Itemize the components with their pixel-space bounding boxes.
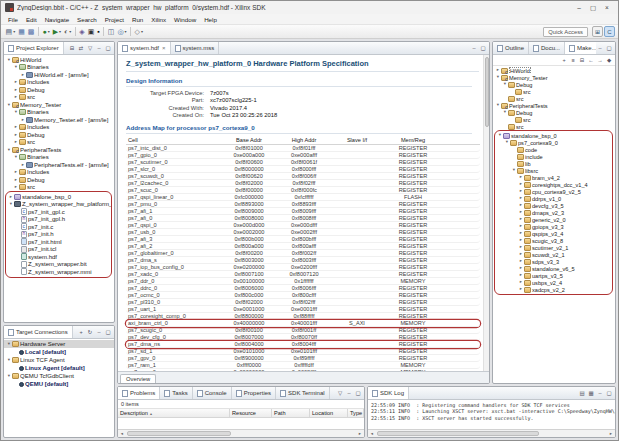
tree-item-binaries[interactable]: ▾Binaries (4, 109, 114, 117)
scrollbar-track[interactable] (376, 430, 607, 437)
tree-item-src[interactable]: src (493, 88, 615, 95)
close-button[interactable]: × (600, 2, 614, 13)
debug-icon[interactable]: ●▾ (41, 26, 50, 37)
minimize-icon[interactable]: – (95, 328, 103, 337)
tree-item-scuwdt-v2-1[interactable]: ▸scuwdt_v2_1 (495, 251, 612, 258)
tree-item-hiworld-elf-arm-le[interactable]: ▸HiWorld.elf - [arm/le] (4, 71, 114, 79)
tree-item-includes[interactable]: ▸Includes (4, 79, 114, 87)
menu-navigate[interactable]: Navigate (41, 16, 73, 23)
problems-column-location[interactable]: Location (310, 409, 348, 417)
tree-item-src[interactable]: ▸src (4, 184, 114, 192)
tab-outline[interactable]: Outline (493, 42, 529, 54)
tree-item-system-hdf[interactable]: system.hdf (6, 253, 111, 261)
tree-item-qemu-default[interactable]: QEMU [default] (4, 380, 114, 388)
collapse-all-icon[interactable]: ⊟ (578, 56, 586, 65)
menu-run[interactable]: Run (128, 16, 147, 23)
tree-item-ps7-init-gpl-c[interactable]: ps7_init_gpl.c (6, 208, 111, 216)
dropdown-caret-icon[interactable]: ▾ (59, 29, 61, 34)
maximize-icon[interactable]: ▢ (605, 44, 613, 53)
tree-item-bram-v4-2[interactable]: ▸bram_v4_2 (495, 174, 612, 181)
tree-item-debug[interactable]: ▸Debug (4, 176, 114, 184)
tree-item-linux-tcf-agent[interactable]: ▾Linux TCF Agent (4, 356, 114, 364)
save-all-icon[interactable]: ▩ (27, 26, 36, 37)
dropdown-caret-icon[interactable]: ▾ (13, 29, 15, 34)
minimize-button[interactable]: – (572, 2, 586, 13)
tree-item-src[interactable]: ▸src (4, 94, 114, 102)
tree-item-linux-agent-default[interactable]: Linux Agent [default] (4, 364, 114, 372)
tree-item-peripheraltests-elf-arm-le[interactable]: ▸PeripheralTests.elf - [arm/le] (4, 161, 114, 169)
menu-edit[interactable]: Edit (22, 16, 41, 23)
tree-item-standalone-bsp-0[interactable]: ▾standalone_bsp_0 (495, 132, 612, 139)
tab-console[interactable]: Console (193, 387, 232, 399)
scrollbar-track[interactable] (126, 430, 356, 437)
tab-sdk-log[interactable]: SDK Log (368, 387, 409, 399)
tree-item-xadcps-v2-2[interactable]: ▸xadcps_v2_2 (495, 286, 612, 293)
dropdown-caret-icon[interactable]: ▾ (48, 29, 50, 34)
overview-tab[interactable]: Overview (120, 374, 156, 383)
tree-item-libsrc[interactable]: ▾libsrc (495, 167, 612, 174)
tree-item-qemu-tcfgdbclient[interactable]: ▾QEMU TcfGdbClient (4, 372, 114, 380)
tree-item-devcfg-v3-5[interactable]: ▸devcfg_v3_5 (495, 202, 612, 209)
tree-item-peripheraltests[interactable]: ▾PeripheralTests (4, 146, 114, 154)
program-fpga-icon[interactable]: ▣ (87, 26, 96, 37)
tree-item-ps7-init-h[interactable]: ps7_init.h (6, 231, 111, 239)
tree-item-binaries[interactable]: ▾Binaries (4, 154, 114, 162)
tree-item-local-default[interactable]: Local [default] (4, 348, 114, 356)
maximize-icon[interactable]: ▢ (605, 389, 613, 398)
forward-icon[interactable]: → (596, 56, 604, 65)
scrollbar-thumb[interactable] (377, 431, 539, 436)
new-connection-icon[interactable]: + (77, 328, 85, 337)
minimize-icon[interactable]: – (345, 389, 353, 398)
menu-file[interactable]: File (4, 16, 22, 23)
last-tool-icon[interactable]: ◇▾ (134, 26, 144, 37)
tree-item-z-system-wrapper-bit[interactable]: Z_system_wrapper.bit (6, 261, 111, 269)
editor-vertical-scrollbar[interactable] (483, 55, 489, 371)
tree-item-scutimer-v2-1[interactable]: ▸scutimer_v2_1 (495, 244, 612, 251)
tree-item-z-system-wrapper-mmi[interactable]: Z_system_wrapper.mmi (6, 268, 111, 276)
save-log-icon[interactable]: ▦ (587, 389, 595, 398)
tree-item-dmaps-v2-3[interactable]: ▸dmaps_v2_3 (495, 209, 612, 216)
tree-item-standalone-v6-5[interactable]: ▸standalone_v6_5 (495, 265, 612, 272)
edit-make-target-icon[interactable]: ≡ (569, 56, 577, 65)
menu-search[interactable]: Search (73, 16, 101, 23)
menu-window[interactable]: Window (170, 16, 200, 23)
new-make-target-icon[interactable]: + (560, 56, 568, 65)
minimize-icon[interactable]: – (596, 389, 604, 398)
tree-item-includes[interactable]: ▸Includes (4, 169, 114, 177)
maximize-icon[interactable]: ▢ (479, 44, 487, 53)
tree-item-ps7-init-gpl-h[interactable]: ps7_init_gpl.h (6, 216, 111, 224)
tree-item-ddrps-v1-0[interactable]: ▸ddrps_v1_0 (495, 195, 612, 202)
dropdown-caret-icon[interactable]: ▾ (141, 29, 143, 34)
tab-properties[interactable]: Properties (232, 387, 276, 399)
tab-docu[interactable]: Docu... (529, 42, 565, 54)
tree-item-gpiops-v3-3[interactable]: ▸gpiops_v3_3 (495, 223, 612, 230)
menu-xilinx[interactable]: Xilinx (147, 16, 170, 23)
dropdown-caret-icon[interactable]: ▾ (69, 29, 71, 34)
tree-item-usbps-v2-4[interactable]: ▸usbps_v2_4 (495, 279, 612, 286)
scroll-left-icon[interactable]: ◂ (118, 431, 126, 436)
maximize-icon[interactable]: ▢ (104, 44, 112, 53)
tree-item-qspips-v3-4[interactable]: ▸qspips_v3_4 (495, 230, 612, 237)
tree-item-debug[interactable]: ▾Debug (493, 81, 615, 88)
tree-item-sdps-v3-3[interactable]: ▸sdps_v3_3 (495, 258, 612, 265)
problems-column-path[interactable]: Path (272, 409, 310, 417)
tab-make[interactable]: Make...× (565, 42, 596, 54)
scrollbar-thumb[interactable] (127, 431, 231, 436)
tab-system-hdf[interactable]: system.hdf× (118, 42, 171, 54)
tree-item-memory-tester[interactable]: ▾Memory_Tester (4, 101, 114, 109)
view-menu-icon[interactable]: ▽ (86, 44, 94, 53)
new-window-icon[interactable]: ◫ (107, 26, 116, 37)
tree-item-include[interactable]: include (495, 153, 612, 160)
profile-icon[interactable]: ◐▾ (63, 26, 72, 37)
tree-item-uartps-v3-5[interactable]: ▸uartps_v3_5 (495, 272, 612, 279)
refresh-icon[interactable]: ↻ (86, 328, 94, 337)
close-icon[interactable]: × (162, 45, 166, 51)
sdk-terminal-icon[interactable]: ▪ (96, 26, 100, 37)
save-icon[interactable]: ▦ (17, 26, 26, 37)
collapse-all-icon[interactable]: ⊟ (68, 44, 76, 53)
link-with-editor-icon[interactable]: ⇄ (77, 44, 85, 53)
tree-item-ps7-init-tcl[interactable]: ps7_init.tcl (6, 246, 111, 254)
tree-item-debug[interactable]: ▸Debug (4, 131, 114, 139)
maximize-button[interactable]: ▢ (586, 2, 600, 13)
dropdown-caret-icon[interactable]: ▾ (125, 29, 127, 34)
